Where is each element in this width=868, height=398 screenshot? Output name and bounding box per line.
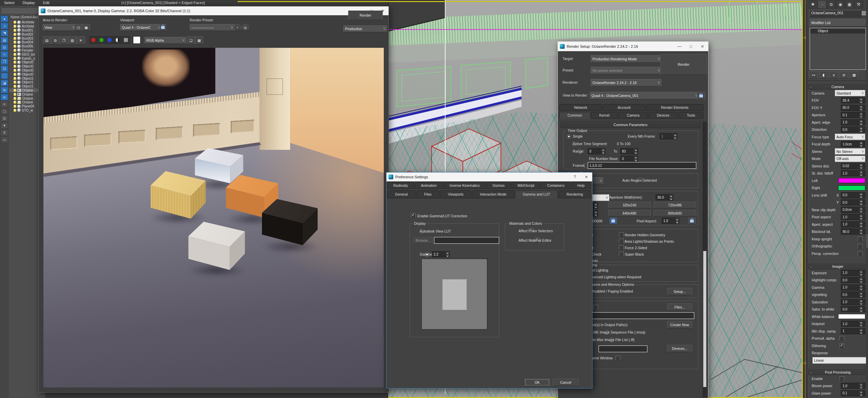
visibility-bulb-icon[interactable] <box>14 65 16 68</box>
param-spinner[interactable]: 0.1 <box>841 390 865 396</box>
param-spinner[interactable]: 1.0cm <box>841 141 865 147</box>
param-checkbox[interactable] <box>839 343 844 348</box>
option-checkbox[interactable] <box>619 232 624 237</box>
param-color-swatch[interactable] <box>838 178 865 183</box>
visibility-bulb-icon[interactable] <box>14 97 16 100</box>
device-input[interactable] <box>599 345 647 352</box>
view-lock-button[interactable] <box>697 92 705 100</box>
param-spinner[interactable]: 0.0 <box>841 277 865 283</box>
configure-modifier-sets-icon[interactable]: ▦ <box>850 71 858 79</box>
param-spinner[interactable]: 1.0 <box>841 299 865 305</box>
preferences-tab[interactable]: Interaction Mode <box>472 190 514 198</box>
scrollbar-thumb[interactable] <box>703 251 706 387</box>
render-setup-titlebar[interactable]: Render Setup: OctaneRender 2.24.2 - 2.16… <box>558 42 708 51</box>
modifier-stack[interactable]: Object <box>810 28 866 70</box>
minimize-button[interactable]: — <box>674 44 685 49</box>
param-spinner[interactable]: 0.0 <box>841 192 865 198</box>
close-button[interactable]: ✕ <box>697 44 708 49</box>
compare-button[interactable]: ▦ <box>195 36 203 44</box>
renderer-dropdown[interactable]: OctaneRender 2.24.2 - 2.16\/ <box>591 79 661 86</box>
rendered-frame-window-checkbox[interactable] <box>616 356 620 360</box>
display-spacewarps-icon[interactable]: ≈ <box>1 51 8 58</box>
render-button[interactable]: Render <box>348 11 383 20</box>
viewport-label[interactable]: [+] [OctaneCamera_001] [Shaded + Edged F… <box>121 1 205 5</box>
preferences-tab[interactable]: MAXScript <box>511 182 541 189</box>
background-color-swatch[interactable] <box>133 36 140 44</box>
enable-gamma-checkbox[interactable] <box>411 213 416 218</box>
preset-dropdown[interactable]: No preset selected\/ <box>591 67 661 74</box>
visibility-bulb-icon[interactable] <box>14 101 16 104</box>
param-checkbox[interactable] <box>858 237 863 241</box>
scroll-left-arrow-icon[interactable]: ◁ <box>803 35 806 40</box>
bitmap-setup-button[interactable]: Setup... <box>667 288 692 295</box>
create-tab-icon[interactable]: ✹ <box>808 0 817 8</box>
render-preset-dropdown[interactable]: -------------------\/ <box>190 24 234 31</box>
area-to-render-dropdown[interactable]: View\/ <box>43 24 76 31</box>
preferences-tab[interactable]: Radiosity <box>387 182 414 189</box>
scene-search-input[interactable] <box>1 7 44 13</box>
display-tab-icon[interactable]: ▣ <box>845 0 854 8</box>
visibility-bulb-icon[interactable] <box>14 105 16 108</box>
display-lights-icon[interactable]: ◥ <box>1 30 8 36</box>
command-panel-scrollbar[interactable] <box>866 0 868 398</box>
copy-image-button[interactable]: ⧉ <box>51 36 59 44</box>
view-list-icon[interactable]: ≡ <box>1 101 8 107</box>
preferences-tab[interactable]: Gamma and LUT <box>515 190 558 198</box>
print-image-button[interactable]: ▥ <box>68 36 76 44</box>
display-shapes-icon[interactable]: ◑ <box>1 23 8 29</box>
param-dropdown[interactable]: Linear\/ <box>812 357 868 364</box>
render-setup-tab[interactable]: Render Elements <box>646 104 703 111</box>
remove-modifier-icon[interactable]: ⊘ <box>839 71 848 79</box>
visibility-bulb-icon[interactable] <box>14 49 16 52</box>
image-aspect-lock-button[interactable] <box>609 218 617 224</box>
edit-region-button[interactable]: ◳ <box>75 24 82 31</box>
param-spinner[interactable]: 1.0 <box>841 383 865 389</box>
channel-display-dropdown[interactable]: RGB Alpha\/ <box>145 37 186 44</box>
visibility-bulb-icon[interactable] <box>14 25 16 28</box>
visibility-bulb-icon[interactable] <box>14 93 16 96</box>
param-dropdown[interactable]: Auto Focu\/ <box>835 134 865 140</box>
devices-button[interactable]: Devices... <box>667 345 692 352</box>
render-setup-tab[interactable]: Tools <box>679 112 703 119</box>
preferences-tab[interactable]: Rendering <box>559 190 591 198</box>
visibility-bulb-icon[interactable] <box>14 85 16 88</box>
param-spinner[interactable]: 1.0 <box>841 321 865 327</box>
filter-settings-icon[interactable]: ⊽ <box>1 130 8 136</box>
option-checkbox[interactable] <box>619 245 624 250</box>
make-unique-icon[interactable]: ∨ <box>829 71 838 79</box>
gamma-spinner[interactable]: 2.2 <box>432 251 450 257</box>
size-preset-button[interactable]: 800x600 <box>654 210 696 217</box>
common-parameters-rollout[interactable]: Common Parameters <box>561 122 700 128</box>
display-geometry-icon[interactable]: ● <box>1 16 8 22</box>
visibility-bulb-icon[interactable] <box>14 77 16 80</box>
single-radio[interactable] <box>567 134 571 139</box>
preferences-tab[interactable]: Containers <box>541 182 571 189</box>
green-channel-button[interactable] <box>98 36 105 44</box>
param-dropdown[interactable]: Standard\/ <box>835 90 865 96</box>
param-checkbox[interactable] <box>858 251 863 256</box>
param-spinner[interactable]: 0.0 <box>841 306 865 312</box>
file-number-base-spinner[interactable]: 0 <box>620 156 638 162</box>
browse-button[interactable]: Browse... <box>414 237 433 244</box>
range-to-spinner[interactable]: 83 <box>620 148 638 154</box>
cancel-button[interactable]: Cancel <box>553 379 579 386</box>
visibility-bulb-icon[interactable] <box>14 53 16 56</box>
param-spinner[interactable]: 1.0 <box>841 221 865 227</box>
visibility-bulb-icon[interactable] <box>14 29 16 32</box>
view-to-render-dropdown[interactable]: Quad 4 - OctaneCamera_001\/ <box>590 92 699 99</box>
scroll-left-arrow-icon[interactable]: ◁ <box>803 361 806 365</box>
visibility-bulb-icon[interactable] <box>14 37 16 40</box>
save-image-button[interactable]: ▤ <box>43 36 51 44</box>
preferences-tab[interactable]: Help <box>571 182 591 189</box>
param-spinner[interactable]: 1.0 <box>841 270 865 276</box>
viewport-lock-button[interactable] <box>159 24 166 31</box>
create-now-button[interactable]: Create Now <box>667 321 692 329</box>
param-color-swatch[interactable] <box>838 314 865 319</box>
object-name-field[interactable]: OctaneCamera_001 <box>810 10 863 17</box>
menu-item[interactable]: Display <box>19 0 39 5</box>
display-materials-icon[interactable]: ◪ <box>1 80 8 86</box>
render-setup-tab[interactable]: Kernel <box>591 112 618 119</box>
visibility-bulb-icon[interactable] <box>14 45 16 48</box>
scrollbar-grip[interactable] <box>866 234 868 247</box>
ok-button[interactable]: OK <box>525 379 550 386</box>
